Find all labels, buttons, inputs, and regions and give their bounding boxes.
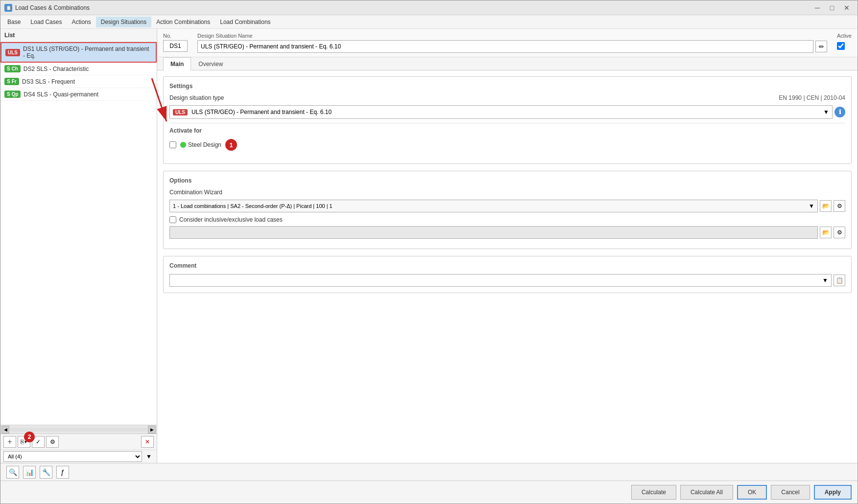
apply-button[interactable]: Apply — [814, 485, 852, 500]
uls-badge-inline: ULS — [173, 109, 188, 115]
toolbar-row: + ⎘ ▼ 2 ✓ ⚙ ✕ — [0, 434, 157, 450]
ds1-text: DS1 ULS (STR/GEO) - Permanent and transi… — [23, 46, 152, 59]
settings-section: Settings Design situation type EN 1990 |… — [163, 76, 852, 164]
ds-type-value: ULS (STR/GEO) - Permanent and transient … — [191, 109, 821, 115]
menu-load-combinations[interactable]: Load Combinations — [215, 17, 275, 27]
comment-section: Comment ▼ 📋 — [163, 256, 852, 293]
cancel-button[interactable]: Cancel — [771, 485, 810, 500]
menu-load-cases[interactable]: Load Cases — [25, 17, 67, 27]
filter-row: All (4) ▼ — [0, 450, 157, 463]
comment-icon-btn[interactable]: 📋 — [834, 275, 845, 286]
model-icon-btn[interactable]: 🔧 — [40, 466, 52, 479]
menu-actions[interactable]: Actions — [67, 17, 95, 27]
title-bar: 📋 Load Cases & Combinations ─ □ ✕ — [0, 0, 858, 15]
activate-row: Steel Design 1 — [169, 139, 845, 151]
ok-button[interactable]: OK — [737, 485, 767, 500]
table-icon-btn[interactable]: 📊 — [23, 466, 36, 479]
badge-sqp-ds4: S Qp — [4, 91, 21, 98]
ds2-text: DS2 SLS - Characteristic — [24, 66, 89, 72]
grayed-icon-btn-2[interactable]: ⚙ — [834, 227, 845, 238]
inclusive-exclusive-row: Consider inclusive/exclusive load cases — [169, 216, 845, 223]
ds-type-label: Design situation type — [169, 94, 224, 101]
toolbar-left: + ⎘ ▼ 2 ✓ ⚙ — [3, 436, 59, 448]
calculate-button[interactable]: Calculate — [631, 485, 676, 500]
bottom-toolbar: 🔍 📊 🔧 ƒ — [0, 463, 858, 481]
scroll-right-arrow[interactable]: ▶ — [148, 426, 156, 434]
menu-bar: Base Load Cases Actions Design Situation… — [0, 15, 858, 29]
formula-icon-btn[interactable]: ƒ — [56, 466, 69, 479]
inclusive-exclusive-label: Consider inclusive/exclusive load cases — [179, 216, 283, 223]
list-item-ds3[interactable]: S Fr DS3 SLS - Frequent — [0, 75, 157, 88]
main-window: 📋 Load Cases & Combinations ─ □ ✕ Base L… — [0, 0, 858, 504]
scrollbar-area: ◀ ▶ — [0, 425, 157, 434]
title-controls: ─ □ ✕ — [810, 2, 854, 13]
active-label: Active — [837, 33, 852, 39]
grayed-icon-btn-1[interactable]: 📂 — [820, 227, 832, 238]
inclusive-exclusive-checkbox[interactable] — [169, 216, 176, 223]
ds-edit-button[interactable]: ✏ — [815, 41, 827, 52]
list-item-ds1[interactable]: ULS DS1 ULS (STR/GEO) - Permanent and tr… — [0, 42, 157, 63]
left-panel-bottom: ◀ ▶ + ⎘ ▼ 2 — [0, 425, 157, 463]
ds-no-section: No. DS1 — [163, 33, 188, 52]
menu-action-combinations[interactable]: Action Combinations — [151, 17, 215, 27]
left-panel: List ULS DS1 ULS (STR/GEO) - Permanent a… — [0, 29, 157, 463]
combo-wizard-row: 1 - Load combinations | SA2 - Second-ord… — [169, 200, 845, 212]
filter-dropdown-arrow[interactable]: ▼ — [144, 452, 154, 461]
comment-dropdown-chevron-icon: ▼ — [822, 277, 828, 284]
list-item-ds4[interactable]: S Qp DS4 SLS - Quasi-permanent — [0, 88, 157, 101]
comment-title: Comment — [169, 262, 845, 269]
activate-for-title: Activate for — [169, 127, 845, 134]
window-title: Load Cases & Combinations — [15, 4, 90, 11]
delete-btn[interactable]: ✕ — [141, 436, 154, 448]
minimize-button[interactable]: ─ — [810, 2, 824, 13]
title-bar-left: 📋 Load Cases & Combinations — [4, 4, 90, 12]
ds-type-form-row: Design situation type EN 1990 | CEN | 20… — [169, 94, 845, 101]
combo-dropdown-chevron-icon: ▼ — [809, 203, 814, 209]
info-button[interactable]: ℹ — [834, 107, 845, 117]
maximize-button[interactable]: □ — [825, 2, 839, 13]
settings-title: Settings — [169, 83, 845, 90]
active-checkbox[interactable] — [837, 42, 845, 50]
ds-name-input[interactable] — [197, 40, 813, 53]
standard-label: EN 1990 | CEN | 2010-04 — [779, 94, 845, 101]
ds-header: No. DS1 Design Situation Name ✏ Active — [157, 29, 858, 57]
ds-type-dropdown[interactable]: ULS ULS (STR/GEO) - Permanent and transi… — [169, 105, 833, 119]
settings-btn[interactable]: ⚙ — [46, 436, 59, 448]
ds-name-section: Design Situation Name ✏ — [197, 33, 827, 53]
steel-design-label: Steel Design — [180, 141, 221, 148]
copy-btn[interactable]: ⎘ ▼ 2 — [18, 436, 30, 448]
footer-buttons: Calculate Calculate All OK Cancel Apply — [0, 481, 858, 504]
combo-icon-btn-2[interactable]: ⚙ — [834, 200, 845, 212]
copy-icon: ⎘ — [21, 438, 24, 445]
menu-base[interactable]: Base — [2, 17, 25, 27]
steel-design-checkbox[interactable] — [169, 141, 176, 148]
options-section: Options Combination Wizard 1 - Load comb… — [163, 171, 852, 249]
filter-select[interactable]: All (4) — [3, 451, 142, 462]
ds-type-dropdown-row: ULS ULS (STR/GEO) - Permanent and transi… — [169, 105, 845, 119]
badge-2-circle: 2 — [24, 432, 35, 442]
tab-overview[interactable]: Overview — [191, 57, 230, 70]
list-header: List — [0, 29, 157, 42]
list-item-ds2[interactable]: S Ch DS2 SLS - Characteristic — [0, 63, 157, 75]
grayed-input-row: 📂 ⚙ — [169, 226, 845, 239]
scroll-track[interactable] — [10, 428, 147, 432]
badge-1-circle: 1 — [225, 139, 237, 151]
app-icon: 📋 — [4, 4, 12, 12]
close-button[interactable]: ✕ — [840, 2, 854, 13]
badge-uls-ds1: ULS — [5, 49, 20, 56]
add-item-btn[interactable]: + — [3, 436, 16, 448]
combo-wizard-input[interactable]: 1 - Load combinations | SA2 - Second-ord… — [169, 200, 818, 212]
ds-name-label: Design Situation Name — [197, 33, 827, 39]
tab-main[interactable]: Main — [163, 57, 191, 70]
scroll-left-arrow[interactable]: ◀ — [1, 426, 9, 434]
combo-wizard-label-row: Combination Wizard — [169, 189, 845, 196]
tabs: Main Overview — [157, 57, 858, 70]
calculate-all-button[interactable]: Calculate All — [680, 485, 733, 500]
options-title: Options — [169, 177, 845, 184]
comment-row: ▼ 📋 — [169, 274, 845, 287]
menu-design-situations[interactable]: Design Situations — [96, 17, 151, 27]
search-icon-btn[interactable]: 🔍 — [6, 466, 19, 479]
combo-icon-btn-1[interactable]: 📂 — [820, 200, 832, 212]
list-items: ULS DS1 ULS (STR/GEO) - Permanent and tr… — [0, 42, 157, 425]
comment-input[interactable]: ▼ — [169, 274, 832, 287]
